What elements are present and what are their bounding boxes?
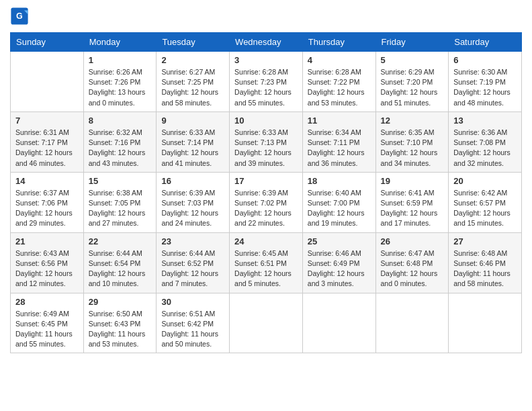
day-number: 21 [15,236,79,246]
day-info: Sunrise: 6:30 AM Sunset: 7:19 PM Dayligh… [453,67,517,108]
day-info: Sunrise: 6:40 AM Sunset: 7:00 PM Dayligh… [308,188,371,229]
calendar-body: 1Sunrise: 6:26 AM Sunset: 7:26 PM Daylig… [11,52,522,353]
header-cell-sunday: Sunday [11,33,84,52]
day-cell [302,293,375,353]
day-cell: 15Sunrise: 6:38 AM Sunset: 7:05 PM Dayli… [83,172,157,232]
day-info: Sunrise: 6:34 AM Sunset: 7:11 PM Dayligh… [308,128,371,169]
page-header: G [10,7,522,26]
day-number: 7 [15,116,79,126]
day-cell: 12Sunrise: 6:35 AM Sunset: 7:10 PM Dayli… [375,111,449,172]
week-row-1: 1Sunrise: 6:26 AM Sunset: 7:26 PM Daylig… [11,52,522,112]
day-number: 12 [381,116,444,126]
header-cell-saturday: Saturday [449,33,522,52]
day-info: Sunrise: 6:38 AM Sunset: 7:05 PM Dayligh… [89,188,152,229]
day-cell: 8Sunrise: 6:32 AM Sunset: 7:16 PM Daylig… [83,111,157,172]
day-info: Sunrise: 6:39 AM Sunset: 7:03 PM Dayligh… [161,188,224,229]
day-info: Sunrise: 6:32 AM Sunset: 7:16 PM Dayligh… [89,128,152,169]
week-row-2: 7Sunrise: 6:31 AM Sunset: 7:17 PM Daylig… [11,111,522,172]
day-number: 8 [89,116,152,126]
header-cell-friday: Friday [375,33,449,52]
day-cell: 5Sunrise: 6:29 AM Sunset: 7:20 PM Daylig… [375,52,449,112]
day-number: 4 [308,55,371,65]
week-row-4: 21Sunrise: 6:43 AM Sunset: 6:56 PM Dayli… [11,232,522,293]
day-cell: 1Sunrise: 6:26 AM Sunset: 7:26 PM Daylig… [83,52,157,112]
day-info: Sunrise: 6:47 AM Sunset: 6:48 PM Dayligh… [381,248,444,289]
day-cell: 30Sunrise: 6:51 AM Sunset: 6:42 PM Dayli… [157,293,230,353]
week-row-3: 14Sunrise: 6:37 AM Sunset: 7:06 PM Dayli… [11,172,522,232]
day-cell: 11Sunrise: 6:34 AM Sunset: 7:11 PM Dayli… [302,111,375,172]
day-number: 22 [89,236,152,246]
day-info: Sunrise: 6:49 AM Sunset: 6:45 PM Dayligh… [15,309,79,350]
day-info: Sunrise: 6:26 AM Sunset: 7:26 PM Dayligh… [89,67,152,108]
day-info: Sunrise: 6:37 AM Sunset: 7:06 PM Dayligh… [15,188,79,229]
day-cell: 4Sunrise: 6:28 AM Sunset: 7:22 PM Daylig… [302,52,375,112]
day-cell: 21Sunrise: 6:43 AM Sunset: 6:56 PM Dayli… [11,232,84,293]
day-info: Sunrise: 6:35 AM Sunset: 7:10 PM Dayligh… [381,128,444,169]
day-info: Sunrise: 6:33 AM Sunset: 7:14 PM Dayligh… [161,128,224,169]
day-number: 18 [308,176,371,186]
day-number: 6 [453,55,517,65]
day-info: Sunrise: 6:28 AM Sunset: 7:22 PM Dayligh… [308,67,371,108]
day-info: Sunrise: 6:36 AM Sunset: 7:08 PM Dayligh… [453,128,517,169]
day-cell: 14Sunrise: 6:37 AM Sunset: 7:06 PM Dayli… [11,172,84,232]
day-cell: 7Sunrise: 6:31 AM Sunset: 7:17 PM Daylig… [11,111,84,172]
day-number: 15 [89,176,152,186]
day-cell: 2Sunrise: 6:27 AM Sunset: 7:25 PM Daylig… [157,52,230,112]
day-cell [449,293,522,353]
day-cell: 25Sunrise: 6:46 AM Sunset: 6:49 PM Dayli… [302,232,375,293]
day-info: Sunrise: 6:27 AM Sunset: 7:25 PM Dayligh… [161,67,224,108]
day-cell: 22Sunrise: 6:44 AM Sunset: 6:54 PM Dayli… [83,232,157,293]
day-info: Sunrise: 6:44 AM Sunset: 6:52 PM Dayligh… [161,248,224,289]
day-number: 27 [453,236,517,246]
day-number: 3 [234,55,298,65]
logo: G [10,7,32,26]
day-number: 17 [234,176,298,186]
day-number: 13 [453,116,517,126]
day-cell [11,52,84,112]
day-cell: 17Sunrise: 6:39 AM Sunset: 7:02 PM Dayli… [230,172,303,232]
day-number: 11 [308,116,371,126]
calendar-table: SundayMondayTuesdayWednesdayThursdayFrid… [10,32,522,353]
header-row: SundayMondayTuesdayWednesdayThursdayFrid… [11,33,522,52]
day-info: Sunrise: 6:46 AM Sunset: 6:49 PM Dayligh… [308,248,371,289]
header-cell-tuesday: Tuesday [157,33,230,52]
day-info: Sunrise: 6:51 AM Sunset: 6:42 PM Dayligh… [161,309,224,350]
day-info: Sunrise: 6:31 AM Sunset: 7:17 PM Dayligh… [15,128,79,169]
calendar-header: SundayMondayTuesdayWednesdayThursdayFrid… [11,33,522,52]
day-cell: 13Sunrise: 6:36 AM Sunset: 7:08 PM Dayli… [449,111,522,172]
day-info: Sunrise: 6:28 AM Sunset: 7:23 PM Dayligh… [234,67,298,108]
day-cell: 6Sunrise: 6:30 AM Sunset: 7:19 PM Daylig… [449,52,522,112]
day-number: 23 [161,236,224,246]
day-cell: 18Sunrise: 6:40 AM Sunset: 7:00 PM Dayli… [302,172,375,232]
day-cell: 9Sunrise: 6:33 AM Sunset: 7:14 PM Daylig… [157,111,230,172]
day-cell [230,293,303,353]
day-number: 29 [89,297,152,307]
day-number: 5 [381,55,444,65]
day-info: Sunrise: 6:33 AM Sunset: 7:13 PM Dayligh… [234,128,298,169]
day-number: 9 [161,116,224,126]
day-number: 16 [161,176,224,186]
day-number: 1 [89,55,152,65]
day-info: Sunrise: 6:45 AM Sunset: 6:51 PM Dayligh… [234,248,298,289]
day-number: 30 [161,297,224,307]
day-info: Sunrise: 6:44 AM Sunset: 6:54 PM Dayligh… [89,248,152,289]
svg-text:G: G [16,11,23,21]
day-number: 10 [234,116,298,126]
day-number: 28 [15,297,79,307]
day-info: Sunrise: 6:50 AM Sunset: 6:43 PM Dayligh… [89,309,152,350]
day-number: 14 [15,176,79,186]
day-cell: 16Sunrise: 6:39 AM Sunset: 7:03 PM Dayli… [157,172,230,232]
day-number: 26 [381,236,444,246]
day-number: 20 [453,176,517,186]
day-info: Sunrise: 6:48 AM Sunset: 6:46 PM Dayligh… [453,248,517,289]
day-cell: 26Sunrise: 6:47 AM Sunset: 6:48 PM Dayli… [375,232,449,293]
day-info: Sunrise: 6:43 AM Sunset: 6:56 PM Dayligh… [15,248,79,289]
day-number: 25 [308,236,371,246]
header-cell-monday: Monday [83,33,157,52]
header-cell-wednesday: Wednesday [230,33,303,52]
day-number: 24 [234,236,298,246]
day-info: Sunrise: 6:42 AM Sunset: 6:57 PM Dayligh… [453,188,517,229]
day-cell: 20Sunrise: 6:42 AM Sunset: 6:57 PM Dayli… [449,172,522,232]
day-info: Sunrise: 6:41 AM Sunset: 6:59 PM Dayligh… [381,188,444,229]
day-cell [375,293,449,353]
